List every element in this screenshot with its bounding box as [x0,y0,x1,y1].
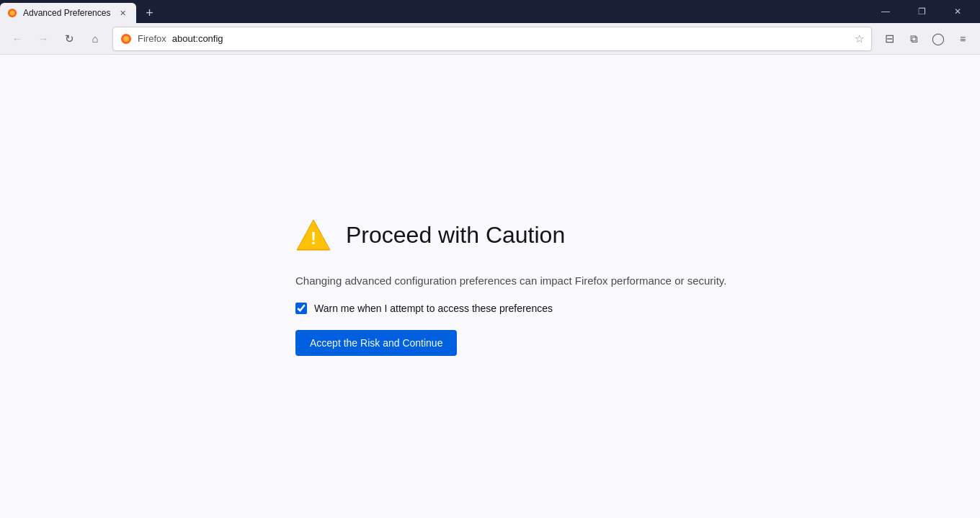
new-tab-button[interactable]: + [139,3,159,23]
home-icon: ⌂ [92,32,98,45]
caution-heading: Proceed with Caution [346,222,565,249]
warn-checkbox[interactable] [295,303,307,314]
svg-point-3 [123,36,129,42]
caution-description: Changing advanced configuration preferen… [295,273,726,290]
tab-strip: Advanced Preferences ✕ + [0,0,869,23]
tab-title: Advanced Preferences [23,8,110,18]
page-content: ! Proceed with Caution Changing advanced… [0,55,980,518]
url-input[interactable] [172,33,849,44]
warning-triangle-icon: ! [295,217,331,253]
titlebar: Advanced Preferences ✕ + — ❐ ✕ [0,0,980,23]
minimize-button[interactable]: — [869,0,902,23]
maximize-button[interactable]: ❐ [905,0,938,23]
toolbar-right: ⊟ ⧉ ◯ ≡ [878,27,974,50]
caution-container: ! Proceed with Caution Changing advanced… [238,217,742,356]
warn-checkbox-label[interactable]: Warn me when I attempt to access these p… [314,303,553,314]
svg-text:!: ! [311,228,316,248]
account-icon: ◯ [932,32,945,45]
back-icon: ← [12,32,23,45]
forward-icon: → [38,32,49,45]
bookmarks-icon: ⊟ [885,32,894,45]
tab-close-button[interactable]: ✕ [116,6,129,19]
svg-point-1 [10,11,15,16]
bookmarks-button[interactable]: ⊟ [878,27,901,50]
toolbar: ← → ↻ ⌂ Firefox ☆ ⊟ ⧉ ◯ ≡ [0,23,980,55]
firefox-logo-icon [120,33,132,45]
synced-tabs-icon: ⧉ [910,32,918,45]
url-prefix: Firefox [138,33,166,44]
accept-risk-button[interactable]: Accept the Risk and Continue [295,330,457,356]
menu-button[interactable]: ≡ [951,27,974,50]
window-controls: — ❐ ✕ [869,0,980,23]
close-button[interactable]: ✕ [941,0,974,23]
back-button[interactable]: ← [6,27,29,50]
caution-header: ! Proceed with Caution [295,217,565,253]
forward-button[interactable]: → [32,27,55,50]
account-button[interactable]: ◯ [927,27,950,50]
reload-button[interactable]: ↻ [58,27,81,50]
bookmark-star-icon[interactable]: ☆ [855,32,864,45]
hamburger-menu-icon: ≡ [960,33,966,45]
urlbar[interactable]: Firefox ☆ [112,27,872,51]
warn-checkbox-row: Warn me when I attempt to access these p… [295,303,553,314]
active-tab[interactable]: Advanced Preferences ✕ [0,3,136,23]
home-button[interactable]: ⌂ [84,27,107,50]
tab-favicon [7,8,17,18]
synced-tabs-button[interactable]: ⧉ [902,27,925,50]
reload-icon: ↻ [65,32,74,45]
